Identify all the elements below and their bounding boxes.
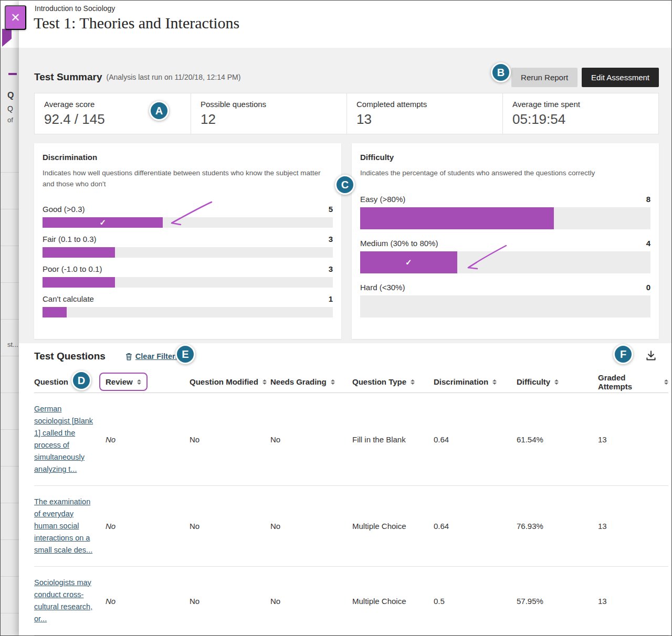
sort-icon: [262, 379, 267, 385]
page-title: Test 1: Theories and Interactions: [34, 14, 239, 32]
question-link[interactable]: German sociologist [Blank 1] called the …: [34, 405, 93, 473]
cell-question-type: Multiple Choice: [352, 597, 434, 606]
bar-fair: Fair (0.1 to 0.3) 3: [43, 235, 333, 258]
test-questions-table: Question Review Question Modified Needs …: [19, 371, 672, 635]
stat-label: Completed attempts: [356, 100, 493, 109]
bar-good: Good (>0.3) 5 ✓: [43, 205, 333, 228]
background-text-fragment: Q: [7, 104, 13, 113]
screen: Q Q of st... ✕ Introduction to Sociology…: [0, 0, 672, 636]
bar-easy: Easy (>80%) 8: [360, 195, 650, 229]
bar-track[interactable]: [43, 277, 333, 288]
test-questions-header: Test Questions Clear Filters: [34, 347, 659, 365]
discrimination-bars: Good (>0.3) 5 ✓ Fair (0.1 to 0.3) 3: [43, 205, 333, 317]
bar-label: Poor (-1.0 to 0.1): [43, 264, 102, 273]
column-header-review[interactable]: Review: [106, 373, 190, 391]
bar-count: 0: [646, 283, 650, 292]
cell-graded-attempts: 13: [598, 522, 668, 531]
stat-value: 12: [201, 111, 337, 128]
background-page-sliver: Q Q of st...: [1, 1, 19, 636]
bar-count: 1: [329, 294, 333, 303]
cell-graded-attempts: 13: [598, 597, 668, 606]
bar-track[interactable]: [360, 207, 650, 229]
cell-needs-grading: No: [270, 522, 352, 531]
difficulty-bars: Easy (>80%) 8 Medium (30% to 80%) 4 ✓: [360, 195, 650, 317]
edit-assessment-button[interactable]: Edit Assessment: [582, 68, 659, 87]
difficulty-title: Difficulty: [360, 153, 650, 162]
course-name: Introduction to Sociology: [35, 4, 115, 13]
question-link[interactable]: The examination of everyday human social…: [34, 497, 92, 554]
close-panel-button[interactable]: ✕: [5, 5, 26, 30]
cell-question-modified: No: [190, 435, 270, 444]
bar-track[interactable]: ✓: [43, 217, 333, 228]
background-text-fragment: of: [7, 116, 13, 124]
test-questions-heading: Test Questions: [34, 351, 106, 362]
cell-review: No: [106, 522, 190, 531]
sort-icon: [411, 379, 415, 385]
cell-difficulty: 57.95%: [517, 597, 598, 606]
trash-icon: [125, 353, 132, 361]
annotation-badge-d: D: [71, 370, 91, 390]
bar-fill: [43, 307, 67, 317]
close-icon: ✕: [10, 11, 20, 25]
bar-label: Hard (<30%): [360, 283, 405, 292]
cell-question: Sociologists may conduct cross-cultural …: [34, 567, 106, 635]
sort-icon: [492, 379, 497, 385]
discrimination-description: Indicates how well questions differentia…: [43, 168, 333, 190]
discrimination-title: Discrimination: [43, 153, 333, 162]
cell-graded-attempts: 13: [598, 435, 668, 444]
bar-cant-calculate: Can't calculate 1: [43, 294, 333, 317]
bar-track[interactable]: [43, 307, 333, 317]
bar-track[interactable]: [43, 247, 333, 258]
difficulty-description: Indicates the percentage of students who…: [360, 168, 650, 179]
sort-icon: [554, 379, 559, 385]
bar-fill: [43, 247, 115, 258]
cell-discrimination: 0.5: [434, 597, 517, 606]
stat-value: 13: [356, 111, 493, 128]
bar-fill: ✓: [360, 251, 457, 273]
bar-track[interactable]: ✓: [360, 251, 650, 273]
difficulty-card: Difficulty Indicates the percentage of s…: [352, 143, 659, 339]
download-report-button[interactable]: [643, 348, 659, 365]
column-header-needs-grading[interactable]: Needs Grading: [270, 377, 352, 386]
column-header-graded-attempts[interactable]: Graded Attempts: [598, 373, 668, 391]
column-header-question-type[interactable]: Question Type: [352, 377, 434, 386]
column-header-question-modified[interactable]: Question Modified: [190, 377, 270, 386]
cell-question-type: Multiple Choice: [352, 522, 434, 531]
background-page-row-lines: [1, 136, 19, 636]
summary-stats: Average score 92.4 / 145 Possible questi…: [34, 93, 659, 134]
stat-value: 05:19:54: [512, 111, 649, 128]
cell-review: No: [106, 597, 190, 606]
bar-label: Medium (30% to 80%): [360, 239, 438, 248]
background-page-accent: [8, 73, 17, 75]
stat-label: Average time spent: [512, 100, 649, 109]
bar-fill: ✓: [43, 217, 163, 228]
cell-question: German sociologist [Blank 1] called the …: [34, 393, 106, 485]
column-header-discrimination[interactable]: Discrimination: [434, 377, 517, 386]
annotation-badge-f: F: [613, 344, 633, 364]
bar-count: 5: [329, 205, 333, 214]
check-icon: ✓: [405, 258, 412, 267]
bar-count: 8: [646, 195, 650, 204]
sort-icon: [137, 379, 141, 385]
table-row: The examination of everyday human social…: [34, 486, 668, 567]
bar-poor: Poor (-1.0 to 0.1) 3: [43, 264, 333, 288]
annotation-badge-b: B: [491, 62, 511, 82]
bar-fill: [43, 277, 115, 288]
bar-count: 3: [329, 264, 333, 273]
cell-needs-grading: No: [270, 435, 352, 444]
stat-completed-attempts: Completed attempts 13: [346, 93, 502, 134]
table-header-row: Question Review Question Modified Needs …: [34, 371, 668, 393]
cell-question-modified: No: [190, 597, 270, 606]
column-header-difficulty[interactable]: Difficulty: [517, 377, 598, 386]
bar-track[interactable]: [360, 295, 650, 317]
check-icon: ✓: [99, 218, 106, 227]
stat-possible-questions: Possible questions 12: [191, 93, 346, 134]
clear-filters-link[interactable]: Clear Filters: [125, 352, 180, 361]
bar-label: Good (>0.3): [43, 205, 85, 214]
question-link[interactable]: Sociologists may conduct cross-cultural …: [34, 578, 92, 623]
sort-icon: [331, 379, 335, 385]
stat-label: Possible questions: [201, 100, 337, 109]
background-text-fragment: st...: [7, 341, 18, 348]
column-header-question[interactable]: Question: [34, 377, 106, 386]
rerun-report-button[interactable]: Rerun Report: [511, 68, 578, 87]
